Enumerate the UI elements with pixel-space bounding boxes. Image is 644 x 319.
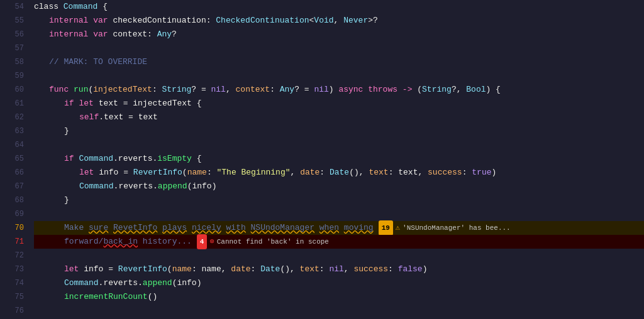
code-line-69 xyxy=(34,207,644,221)
code-line-58: // MARK: TO OVERRIDE xyxy=(34,55,644,69)
line-num-61: 61 xyxy=(3,97,24,111)
code-line-67: Command.reverts.append(info) xyxy=(34,180,644,193)
line-num-59: 59 xyxy=(3,69,24,83)
line-num-54: 54 xyxy=(3,0,24,14)
line-num-69: 69 xyxy=(3,207,24,221)
error-circle-icon: ⊗ xyxy=(209,235,214,249)
line-num-73: 73 xyxy=(3,262,24,276)
line-numbers: 54 55 56 57 58 59 60 61 62 63 64 65 66 6… xyxy=(0,0,29,319)
code-line-70: Make sure RevetInfo plays nicely with NS… xyxy=(34,221,644,235)
warning-triangle-icon: ⚠ xyxy=(396,221,400,235)
code-line-66: let info = RevertInfo(name: "The Beginni… xyxy=(34,166,644,180)
code-line-75: incrementRunCount() xyxy=(34,290,644,304)
line-num-66: 66 xyxy=(3,166,24,180)
code-line-56: internal var context: Any? xyxy=(34,28,644,41)
code-line-61: if let text = injectedText { xyxy=(34,97,644,111)
code-line-76 xyxy=(34,304,644,318)
code-line-62: self.text = text xyxy=(34,111,644,124)
code-line-60: func run(injectedText: String? = nil, co… xyxy=(34,83,644,97)
line-num-68: 68 xyxy=(3,193,24,207)
warning-count-badge: 19 xyxy=(379,220,393,235)
code-line-54: class Command { xyxy=(34,0,644,14)
error-message: Cannot find 'back' in scope xyxy=(217,235,329,249)
error-annotation: 4 ⊗ Cannot find 'back' in scope xyxy=(197,234,329,249)
line-num-65: 65 xyxy=(3,152,24,166)
code-area: 54 55 56 57 58 59 60 61 62 63 64 65 66 6… xyxy=(0,0,644,319)
line-num-67: 67 xyxy=(3,180,24,193)
line-num-76: 76 xyxy=(3,304,24,318)
line-num-64: 64 xyxy=(3,138,24,152)
code-line-57 xyxy=(34,41,644,55)
line-num-57: 57 xyxy=(3,41,24,55)
code-line-55: internal var checkedContinuation: Checke… xyxy=(34,14,644,28)
line-num-62: 62 xyxy=(3,111,24,124)
line-num-60: 60 xyxy=(3,83,24,97)
line-num-75: 75 xyxy=(3,290,24,304)
line-num-55: 55 xyxy=(3,14,24,28)
line-num-63: 63 xyxy=(3,124,24,138)
warning-message: 'NSUndoManager' has bee... xyxy=(402,221,511,235)
code-line-68: } xyxy=(34,193,644,207)
line-num-70: 70 xyxy=(3,221,24,235)
error-count-badge: 4 xyxy=(197,234,208,249)
line-num-72: 72 xyxy=(3,249,24,262)
warning-annotation: 19 ⚠ 'NSUndoManager' has bee... xyxy=(379,220,511,235)
code-line-64 xyxy=(34,138,644,152)
code-line-71: forward/back_in history... 4 ⊗ Cannot fi… xyxy=(34,235,644,249)
code-line-63: } xyxy=(34,124,644,138)
code-line-65: if Command.reverts.isEmpty { xyxy=(34,152,644,166)
line-num-74: 74 xyxy=(3,276,24,290)
code-line-73: let info = RevertInfo(name: name, date: … xyxy=(34,262,644,276)
line-num-71: 71 xyxy=(3,235,24,249)
code-line-74: Command.reverts.append(info) xyxy=(34,276,644,290)
code-line-72 xyxy=(34,249,644,262)
code-line-59 xyxy=(34,69,644,83)
code-lines: class Command { internal var checkedCont… xyxy=(29,0,644,319)
line-num-58: 58 xyxy=(3,55,24,69)
line-num-56: 56 xyxy=(3,28,24,41)
code-editor: 54 55 56 57 58 59 60 61 62 63 64 65 66 6… xyxy=(0,0,644,319)
